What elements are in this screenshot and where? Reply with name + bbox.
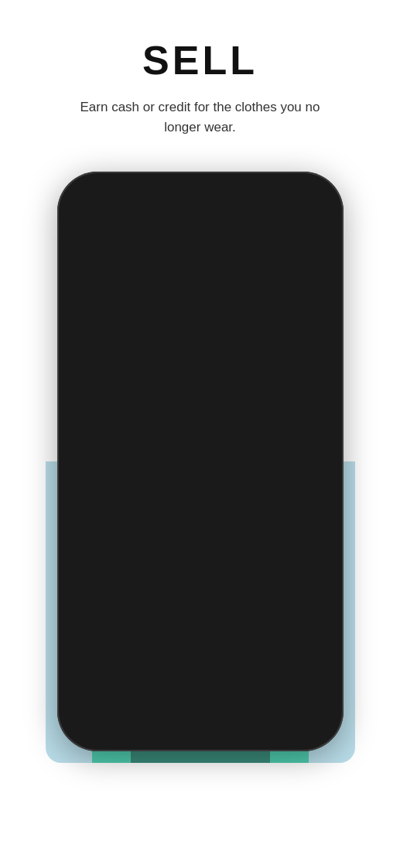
phone-mockup: 12:59 📶 ⌕ S	[57, 172, 344, 751]
tab-clean-out[interactable]: CLEAN OUT	[200, 237, 264, 259]
nav-account[interactable]: Account	[227, 635, 280, 666]
status-time: 12:59	[88, 193, 114, 205]
heart-icon	[138, 635, 155, 654]
tab-blog[interactable]: BLOG	[137, 237, 200, 259]
bottom-nav: Home My thredUP Shop	[67, 628, 334, 677]
svg-line-14	[203, 648, 207, 652]
women-dropdown[interactable]: Women ▾	[282, 218, 323, 230]
status-bar: 12:59 📶	[67, 181, 334, 210]
nav-shop-label: Shop	[192, 659, 208, 666]
dropdown-label: Women	[282, 218, 317, 230]
nav-cart-label: Cart	[300, 659, 313, 666]
search-icon: ⌕	[85, 219, 91, 230]
nav-account-label: Account	[241, 659, 266, 666]
how-it-works-description: Order a kit, fill it up, send it off. We…	[79, 590, 265, 616]
thredup-bag: THREDUP ®	[90, 407, 311, 553]
search-icon	[192, 635, 209, 655]
nav-tabs: SALE BLOG CLEAN OUT GOODY BOXES	[67, 237, 334, 260]
how-text-block: How It Works Order a kit, fill it up, se…	[79, 574, 317, 616]
tab-goody-boxes[interactable]: GOODY BOXES	[263, 237, 326, 259]
bag-svg: THREDUP ®	[115, 407, 285, 553]
signal-icon	[262, 194, 276, 203]
battery-icon	[296, 195, 313, 203]
search-bar[interactable]: ⌕ Search Women ▾	[67, 210, 334, 237]
status-icons: 📶	[262, 193, 313, 204]
tab-sale[interactable]: SALE	[74, 237, 138, 259]
phone-screen: 12:59 📶 ⌕ S	[67, 181, 334, 742]
person-icon	[245, 635, 262, 655]
how-it-works-chevron-icon: ›	[317, 587, 322, 603]
nav-my-thredup[interactable]: My thredUP	[120, 635, 173, 666]
hero-headline: Lighter closet. Fresher style. Brighter …	[90, 284, 244, 351]
nav-my-thredup-label: My thredUP	[128, 657, 166, 665]
home-indicator	[154, 682, 247, 685]
page-subtitle: Earn cash or credit for the clothes you …	[77, 97, 324, 137]
nav-cart[interactable]: Cart	[280, 635, 333, 666]
how-it-works-title: How It Works	[79, 574, 317, 587]
nav-home-label: Home	[84, 657, 102, 665]
search-placeholder: Search	[95, 218, 127, 230]
how-it-works-section[interactable]: How It Works Order a kit, fill it up, se…	[67, 561, 334, 629]
svg-text:®: ®	[262, 466, 268, 475]
cart-icon	[299, 635, 316, 655]
hero-banner: Lighter closet. Fresher style. Brighter …	[74, 267, 326, 553]
home-icon	[84, 635, 101, 654]
chevron-down-icon: ▾	[320, 220, 323, 228]
page-title: SELL	[142, 37, 258, 83]
nav-home[interactable]: Home	[67, 635, 120, 666]
nav-shop[interactable]: Shop	[173, 635, 227, 666]
phone-container: 12:59 📶 ⌕ S	[46, 160, 355, 763]
wifi-icon: 📶	[280, 193, 292, 204]
search-input[interactable]: ⌕ Search	[77, 213, 276, 234]
svg-point-17	[251, 638, 256, 644]
